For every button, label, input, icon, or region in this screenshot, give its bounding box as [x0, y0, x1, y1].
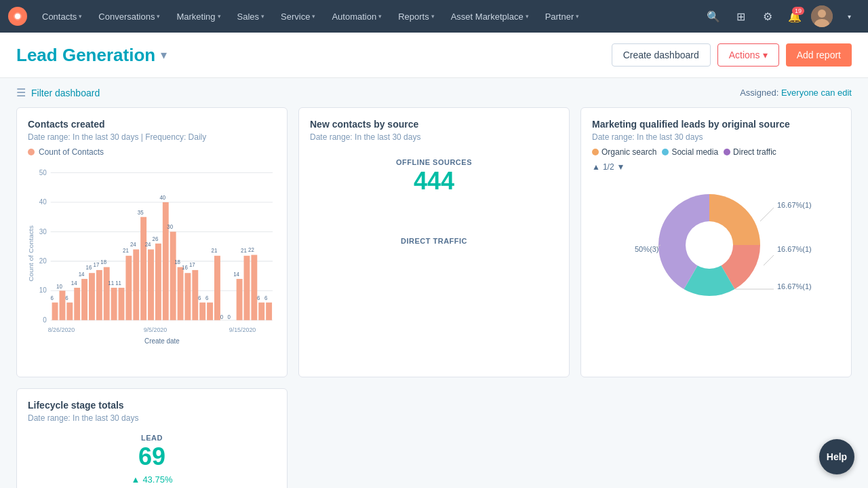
settings-icon[interactable]: ⚙ [757, 5, 778, 27]
svg-text:35: 35 [138, 209, 144, 215]
filter-dashboard-link[interactable]: Filter dashboard [31, 88, 100, 98]
organic-dot [592, 149, 599, 155]
nav-sales-caret: ▾ [261, 13, 264, 20]
svg-text:10: 10 [56, 284, 62, 290]
filter-icon: ☰ [16, 86, 26, 99]
hubspot-logo[interactable] [8, 7, 27, 26]
svg-text:21: 21 [123, 248, 129, 254]
svg-text:16: 16 [86, 265, 92, 271]
offline-sources-value: 444 [310, 169, 558, 193]
svg-point-82 [686, 221, 733, 269]
svg-text:Create date: Create date [144, 337, 180, 345]
svg-text:50: 50 [39, 168, 47, 176]
title-dropdown-icon[interactable]: ▾ [161, 48, 167, 62]
svg-text:22: 22 [248, 247, 254, 253]
svg-text:11: 11 [108, 280, 114, 286]
svg-rect-35 [178, 267, 184, 320]
new-contacts-title: New contacts by source [310, 119, 558, 130]
nav-reports[interactable]: Reports ▾ [391, 9, 441, 24]
new-contacts-subtitle: Date range: In the last 30 days [310, 132, 558, 142]
mql-card: Marketing qualified leads by original so… [580, 107, 852, 377]
nav-contacts[interactable]: Contacts ▾ [35, 9, 89, 24]
nav-automation[interactable]: Automation ▾ [325, 9, 389, 24]
nav-partner-caret: ▾ [576, 13, 579, 20]
filter-left: ☰ Filter dashboard [16, 86, 100, 99]
svg-text:14: 14 [233, 271, 239, 277]
svg-rect-18 [52, 303, 58, 320]
prev-page-icon[interactable]: ▲ [592, 162, 600, 172]
svg-rect-38 [199, 303, 205, 320]
svg-text:Count of Contacts: Count of Contacts [28, 225, 35, 282]
filter-assigned: Assigned: Everyone can edit [740, 88, 852, 98]
svg-text:17: 17 [93, 262, 99, 268]
svg-rect-28 [125, 256, 132, 320]
search-icon[interactable]: 🔍 [703, 5, 724, 27]
account-caret-icon[interactable]: ▾ [838, 5, 860, 27]
add-report-button[interactable]: Add report [786, 43, 852, 67]
svg-text:0: 0 [43, 316, 47, 324]
svg-point-3 [818, 10, 826, 18]
svg-rect-44 [244, 256, 250, 320]
direct-label: Direct traffic [733, 147, 776, 157]
lifecycle-change-value: 43.75% [142, 474, 172, 485]
nav-asset-marketplace[interactable]: Asset Marketplace ▾ [444, 9, 536, 24]
notifications-icon[interactable]: 🔔 19 [784, 5, 806, 27]
svg-rect-39 [207, 303, 213, 320]
svg-line-87 [760, 208, 774, 221]
svg-text:6: 6 [50, 295, 54, 301]
nav-sales[interactable]: Sales ▾ [231, 9, 272, 24]
svg-text:21: 21 [212, 248, 218, 254]
new-contacts-card: New contacts by source Date range: In th… [298, 107, 570, 377]
svg-text:18: 18 [100, 259, 106, 265]
dashboard-grid: Contacts created Date range: In the last… [0, 107, 868, 488]
svg-text:6: 6 [205, 295, 209, 301]
svg-text:6: 6 [198, 295, 201, 301]
svg-rect-40 [214, 256, 220, 320]
organic-label: Organic search [601, 147, 656, 157]
nav-conversations-caret: ▾ [157, 13, 160, 20]
nav-service[interactable]: Service ▾ [274, 9, 322, 24]
svg-rect-24 [96, 270, 102, 320]
lifecycle-card: Lifecycle stage totals Date range: In th… [16, 388, 288, 488]
apps-icon[interactable]: ⊞ [730, 5, 751, 27]
svg-text:0: 0 [220, 314, 224, 320]
svg-rect-23 [89, 273, 95, 320]
nav-right-actions: 🔍 ⊞ ⚙ 🔔 19 ▾ [703, 5, 860, 27]
nav-marketing[interactable]: Marketing ▾ [170, 9, 227, 24]
contacts-legend-label: Count of Contacts [39, 147, 104, 157]
nav-contacts-caret: ▾ [79, 13, 82, 20]
nav-conversations[interactable]: Conversations ▾ [92, 9, 167, 24]
svg-text:20: 20 [39, 257, 47, 265]
direct-dot [724, 149, 730, 155]
svg-rect-21 [74, 288, 80, 320]
actions-button[interactable]: Actions ▾ [717, 43, 779, 67]
help-button[interactable]: Help [819, 439, 854, 474]
svg-rect-43 [237, 279, 243, 320]
lifecycle-stat-label: LEAD [28, 434, 276, 442]
svg-text:16: 16 [182, 265, 188, 271]
next-page-icon[interactable]: ▼ [617, 162, 625, 172]
nav-asset-caret: ▾ [526, 13, 529, 20]
legend-direct: Direct traffic [724, 147, 776, 157]
svg-text:14: 14 [79, 271, 85, 277]
svg-point-1 [15, 14, 20, 19]
user-avatar[interactable] [811, 5, 833, 27]
mql-pagination: ▲ 1/2 ▼ [592, 162, 840, 172]
header-actions: Create dashboard Actions ▾ Add report [612, 43, 852, 67]
svg-text:16.67%(1): 16.67%(1) [777, 201, 811, 209]
nav-automation-caret: ▾ [378, 13, 382, 20]
svg-text:40: 40 [159, 195, 165, 201]
assigned-link[interactable]: Everyone can edit [781, 88, 852, 98]
svg-rect-37 [192, 270, 198, 320]
svg-text:14: 14 [71, 280, 77, 286]
create-dashboard-button[interactable]: Create dashboard [612, 43, 711, 67]
svg-text:18: 18 [174, 259, 180, 265]
svg-rect-27 [119, 288, 125, 320]
page-title: Lead Generation [16, 45, 155, 66]
svg-text:26: 26 [153, 236, 159, 242]
svg-text:9/15/2020: 9/15/2020 [229, 326, 256, 333]
nav-partner[interactable]: Partner ▾ [538, 9, 587, 24]
pie-chart-svg: 16.67%(1) 16.67%(1) 16.67%(1) 50%(3) [621, 177, 811, 313]
mql-subtitle: Date range: In the last 30 days [592, 132, 840, 142]
svg-rect-30 [140, 217, 146, 320]
